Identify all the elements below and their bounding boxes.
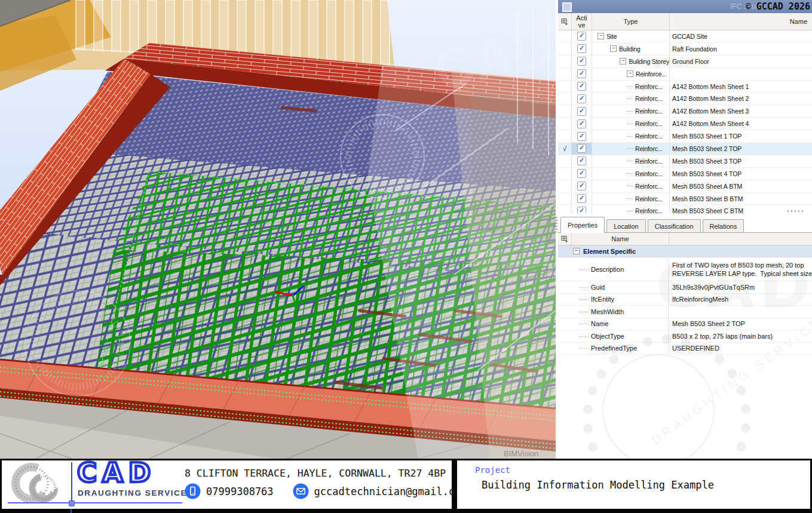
property-group-element-specific[interactable]: − Element Specific [558,245,812,257]
type-cell[interactable]: Reinforc... [592,93,670,105]
row-checkbox[interactable]: ✓ [577,107,586,116]
property-value[interactable]: 35Lh9s39v0jPvtGUaTqSRm [668,281,812,293]
property-row[interactable]: MeshWidth [558,306,812,318]
property-value[interactable]: Mesh B503 Sheet 2 TOP [668,318,812,330]
name-cell[interactable]: Mesh B503 Sheet 1 TOP [670,133,812,140]
email-address[interactable]: gccadtechnician@gmail.com [314,486,467,497]
splitter-handle-vertical[interactable] [556,217,557,232]
tree-row[interactable]: ✓ Reinforc... Mesh B503 Sheet 3 TOP [558,155,812,168]
name-cell[interactable]: Mesh B503 Sheet 2 TOP [670,145,812,152]
tab-relations[interactable]: Relations [703,219,744,232]
table-options-icon[interactable] [558,13,572,30]
tree-row[interactable]: ✓ Reinforc... A142 Bottom Mesh Sheet 1 [558,81,812,93]
column-header-active[interactable]: Acti ve [572,13,592,30]
tree-row[interactable]: ✓ Reinforc... Mesh B503 Sheet C BTM [558,205,812,213]
table-options-icon[interactable] [558,233,572,245]
name-label: Mesh B503 Sheet A BTM [672,183,742,190]
tree-indent [592,148,627,149]
tree-row[interactable]: ✓ − Building Raft Foundation [558,43,812,56]
row-checkbox[interactable]: ✓ [577,144,586,153]
row-checkbox[interactable]: ✓ [577,94,586,103]
type-cell[interactable]: Reinforc... [592,193,670,205]
property-row[interactable]: Guid 35Lh9s39v0jPvtGUaTqSRm [558,281,812,294]
type-cell[interactable]: Reinforc... [592,205,670,213]
tree-row[interactable]: ✓ Reinforc... Mesh B503 Sheet A BTM [558,180,812,193]
name-cell[interactable]: GCCAD Site [670,33,812,40]
name-cell[interactable]: A142 Bottom Mesh Sheet 3 [670,107,812,115]
tree-row[interactable]: ✓ Reinforc... A142 Bottom Mesh Sheet 3 [558,105,812,118]
type-cell[interactable]: Reinforc... [592,81,670,93]
collapse-icon[interactable]: − [597,33,604,39]
type-cell[interactable]: Reinforc... [592,118,670,130]
tab-properties[interactable]: Properties [560,217,605,233]
row-checkbox[interactable]: ✓ [577,169,586,178]
tree-row[interactable]: ✓ Reinforc... Mesh B503 Sheet 1 TOP [558,130,812,143]
type-cell[interactable]: Reinforc... [592,105,670,117]
tree-row[interactable]: ✓ Reinforc... A142 Bottom Mesh Sheet 4 [558,118,812,130]
property-value[interactable]: First of TWO layers of B503 top mesh, 20… [668,257,812,281]
row-checkbox[interactable]: ✓ [577,69,586,78]
tree-row[interactable]: ✓ − Building Storey Ground Floor [558,56,812,68]
property-row[interactable]: ObjectType B503 x 2 top, 275 laps (main … [558,330,812,343]
type-cell[interactable]: Reinforc... [592,180,670,192]
type-cell[interactable]: − Reinforce... [592,68,670,80]
name-cell[interactable]: A142 Bottom Mesh Sheet 4 [670,120,812,127]
type-cell[interactable]: Reinforc... [592,155,670,167]
collapse-icon[interactable]: − [610,45,617,52]
property-row[interactable]: IfcEntity IfcReinforcingMesh [558,294,812,306]
row-checkbox[interactable]: ✓ [577,182,586,191]
name-cell[interactable]: Mesh B503 Sheet 4 TOP [670,170,812,177]
name-cell[interactable]: A142 Bottom Mesh Sheet 2 [670,95,812,102]
property-value[interactable] [668,306,812,318]
name-label: Mesh B503 Sheet B BTM [672,195,743,202]
property-column-header-name[interactable]: Name [572,233,669,245]
type-cell[interactable]: − Building Storey [592,56,670,67]
collapse-icon[interactable]: − [620,58,626,64]
active-cell: ✓ [572,56,592,67]
column-header-name[interactable]: Name [670,13,812,30]
property-value[interactable]: USERDEFINED [668,343,812,355]
property-row[interactable]: PredefinedType USERDEFINED [558,343,812,355]
row-checkbox[interactable]: ✓ [577,132,586,141]
name-cell[interactable]: Mesh B503 Sheet A BTM [670,183,812,190]
tree-row[interactable]: √ ✓ Reinforc... Mesh B503 Sheet 2 TOP [558,143,812,155]
3d-viewport[interactable]: CAD BIMVision [0,0,556,459]
property-value[interactable]: IfcReinforcingMesh [668,294,812,306]
row-checkbox[interactable]: ✓ [577,119,586,128]
collapse-icon[interactable]: − [573,248,580,254]
tree-row[interactable]: ✓ − Site GCCAD Site [558,30,812,43]
row-checkbox[interactable]: ✓ [577,194,586,203]
name-cell[interactable]: A142 Bottom Mesh Sheet 1 [670,83,812,90]
tab-label: Properties [568,222,597,229]
name-cell[interactable]: Ground Floor [670,58,812,65]
type-label: Site [606,33,617,40]
row-checkbox[interactable]: ✓ [577,82,586,91]
type-cell[interactable]: − Site [592,30,670,42]
type-cell[interactable]: Reinforc... [592,143,670,155]
phone-number[interactable]: 07999308763 [206,486,274,497]
name-cell[interactable]: Mesh B503 Sheet 3 TOP [670,158,812,165]
raft-foundation-3d-scene[interactable]: CAD BIMVision [0,0,556,459]
type-cell[interactable]: − Building [592,43,670,55]
tree-row[interactable]: ✓ Reinforc... Mesh B503 Sheet 4 TOP [558,168,812,180]
name-cell[interactable]: Mesh B503 Sheet B BTM [670,195,812,202]
collapse-icon[interactable]: − [627,70,633,77]
row-checkbox[interactable]: ✓ [577,32,586,41]
tab-location[interactable]: Location [606,219,646,232]
splitter-handle-horizontal[interactable] [788,210,804,212]
property-row[interactable]: Description First of TWO layers of B503 … [558,257,812,281]
row-checkbox[interactable]: ✓ [577,156,586,165]
tree-row[interactable]: ✓ Reinforc... A142 Bottom Mesh Sheet 2 [558,93,812,105]
name-cell[interactable]: Raft Foundation [670,45,812,53]
property-value[interactable]: B503 x 2 top, 275 laps (main bars) [668,330,812,342]
column-header-type[interactable]: Type [592,13,670,30]
row-checkbox[interactable]: ✓ [577,207,586,213]
type-cell[interactable]: Reinforc... [592,168,670,180]
row-checkbox[interactable]: ✓ [577,44,586,53]
property-row[interactable]: Name Mesh B503 Sheet 2 TOP [558,318,812,331]
row-checkbox[interactable]: ✓ [577,57,586,66]
tree-row[interactable]: ✓ Reinforc... Mesh B503 Sheet B BTM [558,193,812,205]
tree-row[interactable]: ✓ − Reinforce... [558,68,812,81]
tab-classification[interactable]: Classification [648,219,701,232]
type-cell[interactable]: Reinforc... [592,130,670,142]
